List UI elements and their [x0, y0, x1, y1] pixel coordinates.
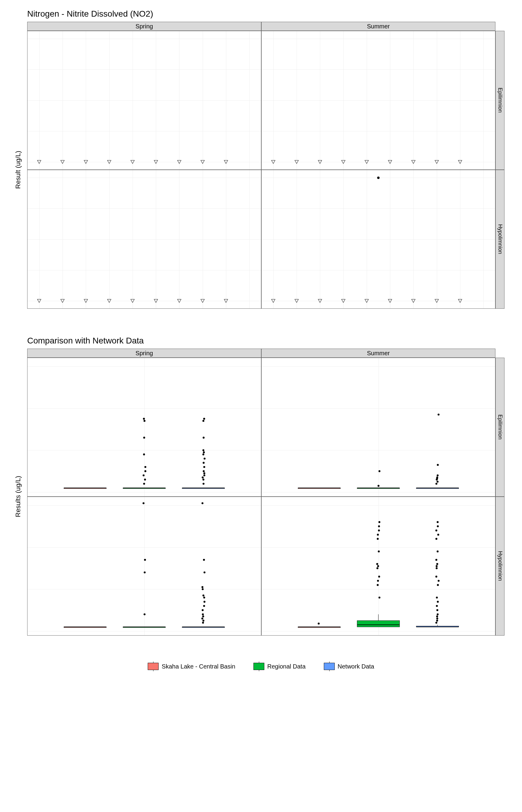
svg-point-35 [202, 420, 204, 422]
boxplot-chart: Comparison with Network Data Spring Summ… [9, 336, 513, 645]
svg-point-28 [203, 466, 205, 468]
svg-point-83 [203, 596, 205, 598]
svg-point-86 [201, 586, 203, 588]
svg-point-32 [203, 451, 205, 453]
svg-point-131 [435, 559, 437, 561]
svg-point-85 [202, 588, 204, 590]
svg-point-51 [435, 483, 437, 485]
svg-point-94 [318, 623, 320, 624]
svg-point-129 [436, 565, 437, 567]
legend-label: Regional Data [267, 663, 306, 670]
panel-summer-epilimnion [261, 358, 496, 496]
panel-spring-epilimnion: 3020 100 [27, 358, 261, 496]
svg-point-36 [203, 418, 205, 420]
svg-point-14 [143, 453, 145, 455]
col-strip-spring: Spring [27, 22, 261, 31]
legend-item: Network Data [324, 663, 374, 670]
svg-point-119 [436, 615, 438, 617]
svg-point-118 [436, 617, 438, 619]
svg-point-55 [436, 476, 438, 478]
svg-point-135 [435, 530, 437, 531]
svg-point-128 [436, 567, 437, 569]
panel-summer-epilimnion [261, 31, 496, 170]
svg-point-80 [202, 609, 204, 611]
svg-point-132 [437, 550, 438, 552]
svg-point-108 [377, 534, 379, 535]
svg-point-126 [438, 580, 440, 582]
legend-item: Regional Data [254, 663, 306, 670]
svg-point-70 [143, 502, 144, 504]
legend-item: Skaha Lake - Central Basin [148, 663, 235, 670]
y-axis-label: Result (ug/L) [9, 31, 27, 309]
svg-point-103 [376, 567, 378, 569]
svg-point-122 [436, 605, 438, 607]
svg-point-29 [203, 462, 204, 464]
svg-point-68 [144, 571, 146, 573]
col-strip-summer: Summer [261, 349, 496, 358]
svg-point-52 [437, 481, 438, 483]
svg-rect-97 [357, 621, 400, 627]
row-strip-hypolimnion: Hypolimnion [496, 170, 504, 309]
svg-point-81 [203, 605, 205, 607]
svg-point-15 [143, 437, 145, 439]
svg-point-34 [203, 437, 204, 439]
svg-point-77 [201, 617, 203, 619]
svg-point-99 [379, 596, 380, 598]
facet-grid-top: Spring Summer Result (ug/L) 1.81.6 1.41.… [9, 22, 504, 318]
svg-point-106 [378, 550, 380, 552]
svg-point-100 [377, 584, 379, 586]
svg-point-121 [437, 609, 438, 611]
svg-point-82 [204, 601, 205, 603]
svg-point-45 [379, 470, 380, 472]
svg-point-33 [202, 449, 204, 451]
svg-point-11 [143, 474, 144, 476]
svg-point-27 [203, 470, 204, 472]
svg-point-125 [437, 584, 439, 586]
legend-swatch [324, 663, 335, 670]
svg-point-16 [143, 420, 145, 422]
svg-point-57 [437, 464, 439, 466]
svg-point-46 [378, 485, 379, 487]
svg-point-120 [437, 613, 439, 615]
svg-point-109 [378, 530, 380, 531]
svg-point-12 [144, 470, 146, 472]
svg-point-69 [144, 559, 146, 561]
legend-label: Network Data [338, 663, 374, 670]
facet-grid-bottom: Spring Summer Results (ug/L) 3020 100 Ep… [9, 349, 504, 645]
chart-title: Comparison with Network Data [27, 336, 513, 346]
svg-point-111 [379, 521, 380, 523]
timeseries-chart: Nitrogen - Nitrite Dissolved (NO2) Sprin… [9, 9, 513, 318]
svg-point-124 [436, 596, 438, 598]
svg-point-134 [437, 534, 439, 535]
panel-spring-epilimnion: 1.81.6 1.41.2 1 [27, 31, 261, 170]
svg-point-76 [202, 620, 204, 622]
svg-point-10 [144, 479, 146, 480]
svg-point-123 [437, 601, 439, 603]
panel-spring-hypolimnion: 1.81.6 1.41.2 1 201620172018201920202021… [27, 170, 261, 309]
svg-point-0 [377, 177, 379, 179]
svg-point-130 [436, 563, 438, 565]
col-strip-spring: Spring [27, 349, 261, 358]
svg-point-26 [203, 472, 205, 474]
row-strip-epilimnion: Epilimnion [496, 358, 504, 496]
svg-point-105 [376, 563, 378, 565]
panel-summer-hypolimnion: 2016201720182019202020212022202320242025 [261, 170, 496, 309]
svg-point-102 [378, 576, 380, 577]
chart-title: Nitrogen - Nitrite Dissolved (NO2) [27, 9, 513, 19]
svg-point-31 [202, 453, 204, 455]
svg-point-107 [377, 538, 379, 540]
svg-point-25 [203, 474, 205, 476]
svg-point-56 [437, 474, 439, 476]
col-strip-summer: Summer [261, 22, 496, 31]
svg-point-127 [435, 576, 437, 577]
svg-point-17 [143, 418, 145, 420]
svg-point-24 [202, 476, 204, 478]
svg-point-87 [204, 571, 205, 573]
legend-label: Skaha Lake - Central Basin [162, 663, 235, 670]
legend: Skaha Lake - Central Basin Regional Data… [9, 663, 513, 670]
panel-summer-hypolimnion: Nitrogen - Nitrite Dissolved (NO2) [261, 496, 496, 635]
svg-point-75 [202, 622, 204, 624]
svg-point-30 [204, 458, 205, 460]
svg-point-13 [144, 466, 146, 468]
svg-point-89 [201, 502, 203, 504]
